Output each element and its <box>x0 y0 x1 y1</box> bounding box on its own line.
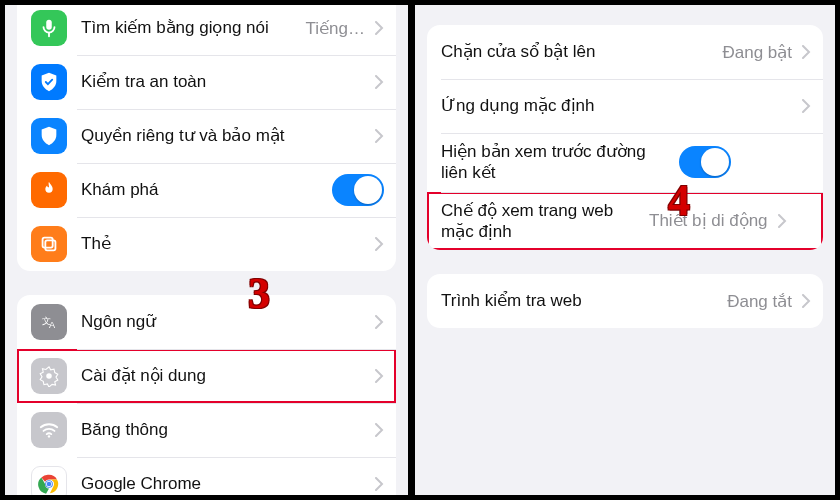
row-label: Cài đặt nội dung <box>81 365 365 386</box>
tabs-icon <box>31 226 67 262</box>
flame-icon <box>31 172 67 208</box>
wifi-icon <box>31 412 67 448</box>
chevron-right-icon <box>802 294 811 308</box>
row-label: Quyền riêng tư và bảo mật <box>81 125 365 146</box>
row-detail: Tiếng… <box>306 18 365 39</box>
settings-group-2: 文A Ngôn ngữ Cài đặt nội dung Băng thông … <box>17 295 396 500</box>
row-default-site-view[interactable]: Chế độ xem trang web mặc định Thiết bị d… <box>427 192 823 251</box>
chevron-right-icon <box>375 237 384 251</box>
chevron-right-icon <box>375 477 384 491</box>
row-label: Băng thông <box>81 419 365 440</box>
svg-point-5 <box>46 373 52 379</box>
row-label: Hiện bản xem trước đường liên kết <box>441 141 671 184</box>
row-link-preview[interactable]: Hiện bản xem trước đường liên kết <box>427 133 823 192</box>
mic-icon <box>31 10 67 46</box>
gear-icon <box>31 358 67 394</box>
content-settings-group-1: Chặn cửa sổ bật lên Đang bật Ứng dụng mặ… <box>427 25 823 250</box>
row-default-apps[interactable]: Ứng dụng mặc định <box>427 79 823 133</box>
row-safety-check[interactable]: Kiểm tra an toàn <box>17 55 396 109</box>
row-block-popups[interactable]: Chặn cửa sổ bật lên Đang bật <box>427 25 823 79</box>
row-label: Khám phá <box>81 179 324 200</box>
row-voice-search[interactable]: Tìm kiếm bằng giọng nói Tiếng… <box>17 1 396 55</box>
chevron-right-icon <box>375 129 384 143</box>
translate-icon: 文A <box>31 304 67 340</box>
row-detail: Đang tắt <box>727 291 792 312</box>
row-label: Chặn cửa sổ bật lên <box>441 41 714 62</box>
chevron-right-icon <box>375 21 384 35</box>
svg-rect-0 <box>46 20 52 30</box>
chevron-right-icon <box>375 75 384 89</box>
settings-group-1: Tìm kiếm bằng giọng nói Tiếng… Kiểm tra … <box>17 1 396 271</box>
chevron-right-icon <box>375 369 384 383</box>
row-label: Ngôn ngữ <box>81 311 365 332</box>
row-label: Kiểm tra an toàn <box>81 71 365 92</box>
chevron-right-icon <box>375 315 384 329</box>
chrome-icon <box>31 466 67 500</box>
row-label: Chế độ xem trang web mặc định <box>441 200 641 243</box>
row-label: Thẻ <box>81 233 365 254</box>
row-bandwidth[interactable]: Băng thông <box>17 403 396 457</box>
toggle-discover[interactable] <box>332 174 384 206</box>
row-label: Tìm kiếm bằng giọng nói <box>81 17 298 38</box>
settings-pane-left: Tìm kiếm bằng giọng nói Tiếng… Kiểm tra … <box>0 0 413 500</box>
svg-text:A: A <box>49 320 56 330</box>
row-label: Google Chrome <box>81 473 365 494</box>
row-web-inspector[interactable]: Trình kiểm tra web Đang tắt <box>427 274 823 328</box>
row-discover[interactable]: Khám phá <box>17 163 396 217</box>
chevron-right-icon <box>802 45 811 59</box>
svg-point-10 <box>47 482 52 487</box>
row-label: Trình kiểm tra web <box>441 290 719 311</box>
row-content-settings[interactable]: Cài đặt nội dung <box>17 349 396 403</box>
svg-rect-1 <box>43 238 53 248</box>
shield-icon <box>31 64 67 100</box>
content-settings-group-2: Trình kiểm tra web Đang tắt <box>427 274 823 328</box>
chevron-right-icon <box>802 99 811 113</box>
row-google-chrome[interactable]: Google Chrome <box>17 457 396 500</box>
settings-pane-right: Chặn cửa sổ bật lên Đang bật Ứng dụng mặ… <box>413 0 840 500</box>
row-privacy-security[interactable]: Quyền riêng tư và bảo mật <box>17 109 396 163</box>
svg-rect-2 <box>45 240 55 250</box>
svg-point-6 <box>48 435 50 437</box>
row-tabs[interactable]: Thẻ <box>17 217 396 271</box>
row-label: Ứng dụng mặc định <box>441 95 792 116</box>
row-languages[interactable]: 文A Ngôn ngữ <box>17 295 396 349</box>
chevron-right-icon <box>375 423 384 437</box>
chevron-right-icon <box>778 214 787 228</box>
row-detail: Thiết bị di động <box>649 210 768 231</box>
row-detail: Đang bật <box>722 42 792 63</box>
toggle-link-preview[interactable] <box>679 146 731 178</box>
privacy-icon <box>31 118 67 154</box>
